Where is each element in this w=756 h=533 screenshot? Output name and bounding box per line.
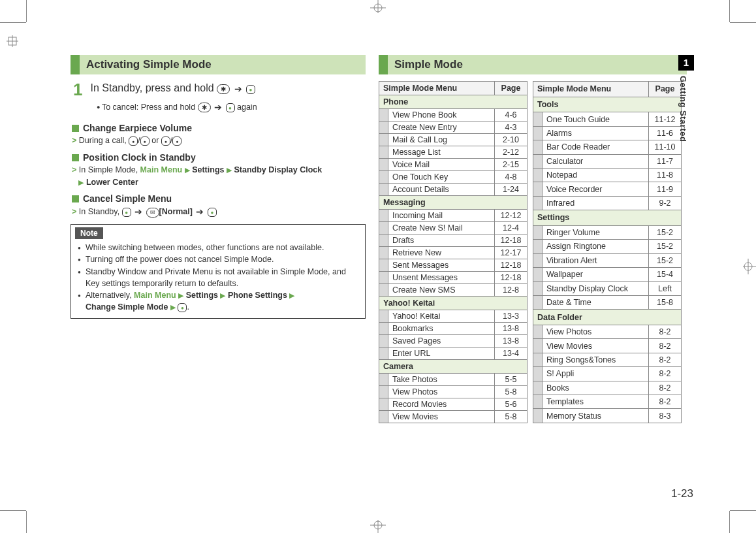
table-row: Unsent Messages12-18 — [379, 272, 528, 284]
menu-item-page: 1-24 — [495, 184, 528, 196]
arrow-icon: ➔ — [213, 102, 223, 112]
row-gutter — [379, 411, 388, 423]
menu-item-name: Bar Code Reader — [543, 140, 649, 154]
table-row: Ringer Volume15-2 — [533, 225, 682, 239]
subbody-clock: > In Simple Mode, Main Menu ▶ Settings ▶… — [72, 164, 366, 189]
row-gutter — [379, 247, 388, 259]
table-row: View Movies8-2 — [533, 339, 682, 353]
crop-mark — [0, 510, 26, 511]
table-row: Camera — [379, 360, 528, 374]
note-item: Turning off the power does not cancel Si… — [86, 253, 358, 265]
menu-item-page: 5-6 — [495, 398, 528, 411]
center-key-icon — [178, 303, 187, 312]
menu-item-name: Standby Display Clock — [543, 282, 649, 295]
menu-item-page: 4-8 — [495, 171, 528, 184]
section-heading-simple-mode: Simple Mode — [379, 55, 687, 74]
center-key-icon — [208, 208, 217, 217]
menu-item-page: 11-10 — [649, 140, 682, 154]
menu-item-page: 15-4 — [649, 268, 682, 282]
table-row: Sent Messages12-18 — [379, 259, 528, 272]
menu-item-page: 8-2 — [649, 353, 682, 366]
table-row: Retrieve New12-17 — [379, 247, 528, 259]
table-row: Settings — [533, 210, 682, 226]
table-row: Infrared9-2 — [533, 196, 682, 210]
note-item: While switching between modes, other fun… — [86, 242, 358, 253]
crop-mark — [730, 510, 756, 511]
row-gutter — [379, 121, 388, 134]
menu-item-name: View Phone Book — [388, 109, 495, 121]
menu-item-name: Notepad — [543, 168, 649, 182]
arrow-icon: ➔ — [133, 206, 144, 217]
menu-item-name: Ringer Volume — [543, 225, 649, 239]
table-row: Incoming Mail12-12 — [379, 210, 528, 222]
table-row: View Phone Book4-6 — [379, 109, 528, 121]
row-gutter — [379, 272, 388, 284]
menu-item-page: 15-2 — [649, 225, 682, 239]
menu-item-page: 13-4 — [495, 347, 528, 360]
table-row: Messaging — [379, 196, 528, 210]
menu-item-name: Drafts — [388, 234, 495, 247]
row-gutter — [533, 395, 543, 408]
row-gutter — [379, 134, 388, 146]
row-gutter — [533, 409, 543, 423]
col-header-menu: Simple Mode Menu — [379, 82, 495, 95]
table-row: Notepad11-8 — [533, 168, 682, 182]
menu-item-name: Assign Ringtone — [543, 240, 649, 253]
col-header-page: Page — [495, 82, 528, 95]
row-gutter — [379, 335, 388, 347]
menu-item-name: View Photos — [543, 325, 649, 338]
table-row: S! Appli8-2 — [533, 367, 682, 381]
table-row: One Touch Guide11-12 — [533, 112, 682, 126]
nav-key-icon — [172, 137, 181, 146]
menu-item-page: 15-8 — [649, 295, 682, 309]
col-header-menu: Simple Mode Menu — [533, 82, 649, 97]
menu-item-page: 8-3 — [649, 409, 682, 423]
crop-mark — [26, 511, 27, 533]
menu-item-name: Books — [543, 381, 649, 395]
table-row: Create New Entry4-3 — [379, 121, 528, 134]
menu-item-page: 15-2 — [649, 240, 682, 253]
menu-item-page: 12-8 — [495, 284, 528, 297]
row-gutter — [379, 386, 388, 398]
menu-item-name: Incoming Mail — [388, 210, 495, 222]
menu-item-page: 8-2 — [649, 395, 682, 408]
section-title: Simple Mode — [388, 55, 463, 74]
table-row: Create New SMS12-8 — [379, 284, 528, 297]
note-box: Note While switching between modes, othe… — [71, 224, 366, 319]
cancel-text: To cancel: Press and hold — [102, 103, 198, 112]
table-row: Standby Display ClockLeft — [533, 282, 682, 295]
menu-item-name: Date & Time — [543, 295, 649, 309]
row-gutter — [533, 268, 543, 282]
menu-category: Data Folder — [533, 310, 682, 325]
table-row: Ring Songs&Tones8-2 — [533, 353, 682, 366]
menu-item-page: 12-17 — [495, 247, 528, 259]
table-row: Take Photos5-5 — [379, 374, 528, 386]
subbody-volume: > During a call, / or / — [72, 135, 366, 147]
menu-category: Camera — [379, 360, 528, 374]
menu-item-page: 8-2 — [649, 381, 682, 395]
table-row: Voice Mail2-15 — [379, 159, 528, 171]
note-item: Standby Window and Private Menu is not a… — [86, 266, 358, 289]
menu-item-name: Create New Entry — [388, 121, 495, 134]
menu-item-name: Sent Messages — [388, 259, 495, 272]
menu-item-page: 4-6 — [495, 109, 528, 121]
registration-mark-icon — [368, 0, 388, 13]
menu-item-name: Bookmarks — [388, 323, 495, 335]
menu-item-name: View Photos — [388, 386, 495, 398]
menu-item-name: Mail & Call Log — [388, 134, 495, 146]
registration-mark-icon — [368, 520, 388, 533]
row-gutter — [533, 282, 543, 295]
chapter-number: 1 — [678, 55, 694, 71]
menu-item-name: Saved Pages — [388, 335, 495, 347]
row-gutter — [533, 182, 543, 196]
table-row: Vibration Alert15-2 — [533, 253, 682, 267]
menu-category: Yahoo! Keitai — [379, 297, 528, 310]
subhead-clock: Position Clock in Standby — [72, 152, 366, 163]
table-row: Phone — [379, 95, 528, 109]
table-row: Record Movies5-6 — [379, 398, 528, 411]
table-row: View Photos5-8 — [379, 386, 528, 398]
nav-key-icon — [161, 137, 170, 146]
menu-item-name: Create New S! Mail — [388, 222, 495, 234]
menu-item-name: Enter URL — [388, 347, 495, 360]
registration-mark-icon — [7, 35, 18, 47]
